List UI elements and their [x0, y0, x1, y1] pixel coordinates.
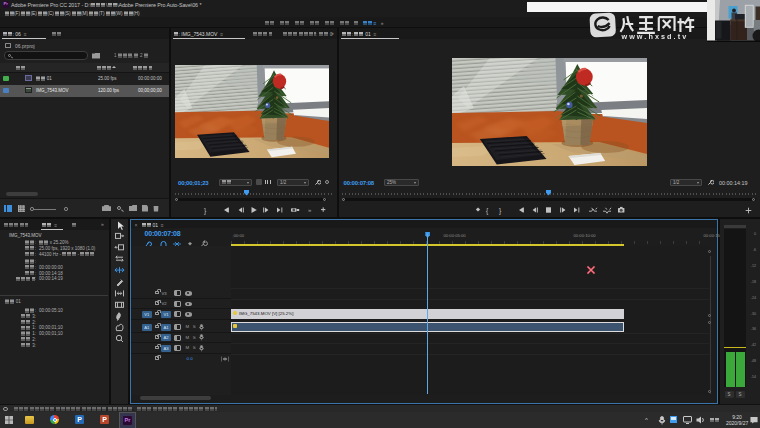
svg-text:{: {	[486, 207, 489, 215]
svg-text:www.hxsd.tv: www.hxsd.tv	[620, 32, 688, 41]
svg-text:}: }	[204, 207, 207, 215]
svg-text:»: »	[308, 207, 312, 213]
svg-text:}: }	[499, 207, 502, 215]
